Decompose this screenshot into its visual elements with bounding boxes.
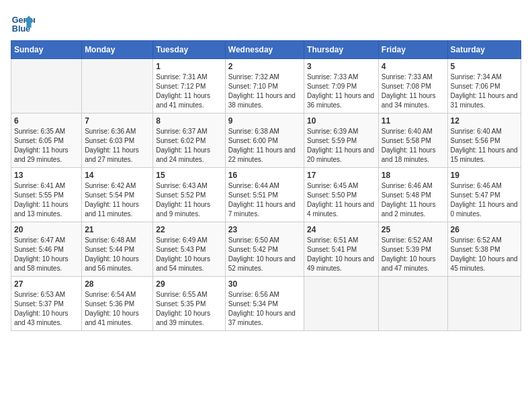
day-info: Sunrise: 6:39 AM Sunset: 5:59 PM Dayligh… <box>307 127 375 165</box>
day-number: 22 <box>156 225 222 234</box>
calendar-cell: 10Sunrise: 6:39 AM Sunset: 5:59 PM Dayli… <box>304 113 379 168</box>
day-info: Sunrise: 6:44 AM Sunset: 5:51 PM Dayligh… <box>228 181 301 219</box>
day-info: Sunrise: 7:34 AM Sunset: 7:06 PM Dayligh… <box>451 73 518 110</box>
calendar-header-row: SundayMondayTuesdayWednesdayThursdayFrid… <box>11 41 521 59</box>
calendar-cell: 22Sunrise: 6:49 AM Sunset: 5:43 PM Dayli… <box>153 222 225 277</box>
day-number: 4 <box>382 62 445 71</box>
week-row-5: 27Sunrise: 6:53 AM Sunset: 5:37 PM Dayli… <box>11 277 521 331</box>
calendar-cell <box>11 59 82 113</box>
day-number: 2 <box>228 62 301 71</box>
calendar-cell: 16Sunrise: 6:44 AM Sunset: 5:51 PM Dayli… <box>225 168 304 222</box>
day-header-saturday: Saturday <box>447 41 521 59</box>
calendar-cell: 28Sunrise: 6:54 AM Sunset: 5:36 PM Dayli… <box>82 277 153 331</box>
day-info: Sunrise: 7:33 AM Sunset: 7:08 PM Dayligh… <box>382 73 445 110</box>
day-number: 19 <box>451 171 518 180</box>
calendar-cell: 11Sunrise: 6:40 AM Sunset: 5:58 PM Dayli… <box>378 113 447 168</box>
day-info: Sunrise: 6:46 AM Sunset: 5:47 PM Dayligh… <box>451 181 518 219</box>
calendar-cell: 17Sunrise: 6:45 AM Sunset: 5:50 PM Dayli… <box>304 168 379 222</box>
day-header-wednesday: Wednesday <box>225 41 304 59</box>
day-number: 26 <box>451 225 518 234</box>
day-number: 17 <box>307 171 375 180</box>
calendar-cell: 8Sunrise: 6:37 AM Sunset: 6:02 PM Daylig… <box>153 113 225 168</box>
day-number: 28 <box>85 279 150 289</box>
week-row-4: 20Sunrise: 6:47 AM Sunset: 5:46 PM Dayli… <box>11 222 521 277</box>
calendar-cell: 29Sunrise: 6:55 AM Sunset: 5:35 PM Dayli… <box>153 277 225 331</box>
day-info: Sunrise: 6:37 AM Sunset: 6:02 PM Dayligh… <box>156 127 222 165</box>
day-info: Sunrise: 7:32 AM Sunset: 7:10 PM Dayligh… <box>228 73 301 110</box>
day-info: Sunrise: 6:47 AM Sunset: 5:46 PM Dayligh… <box>14 236 79 273</box>
day-info: Sunrise: 6:42 AM Sunset: 5:54 PM Dayligh… <box>85 181 150 219</box>
day-info: Sunrise: 6:41 AM Sunset: 5:55 PM Dayligh… <box>14 181 79 219</box>
day-header-monday: Monday <box>82 41 153 59</box>
day-info: Sunrise: 6:38 AM Sunset: 6:00 PM Dayligh… <box>228 127 301 165</box>
day-header-tuesday: Tuesday <box>153 41 225 59</box>
calendar-cell: 7Sunrise: 6:36 AM Sunset: 6:03 PM Daylig… <box>82 113 153 168</box>
day-number: 29 <box>156 279 222 289</box>
day-number: 13 <box>14 171 79 180</box>
day-info: Sunrise: 6:40 AM Sunset: 5:58 PM Dayligh… <box>382 127 445 165</box>
day-info: Sunrise: 6:53 AM Sunset: 5:37 PM Dayligh… <box>14 290 79 328</box>
day-info: Sunrise: 6:36 AM Sunset: 6:03 PM Dayligh… <box>85 127 150 165</box>
day-info: Sunrise: 6:55 AM Sunset: 5:35 PM Dayligh… <box>156 290 222 328</box>
day-info: Sunrise: 6:50 AM Sunset: 5:42 PM Dayligh… <box>228 236 301 273</box>
day-info: Sunrise: 6:49 AM Sunset: 5:43 PM Dayligh… <box>156 236 222 273</box>
day-number: 3 <box>307 62 375 71</box>
week-row-1: 1Sunrise: 7:31 AM Sunset: 7:12 PM Daylig… <box>11 59 521 113</box>
day-number: 14 <box>85 171 150 180</box>
day-info: Sunrise: 6:52 AM Sunset: 5:39 PM Dayligh… <box>382 236 445 273</box>
day-number: 12 <box>451 116 518 126</box>
day-info: Sunrise: 6:48 AM Sunset: 5:44 PM Dayligh… <box>85 236 150 273</box>
calendar-cell: 12Sunrise: 6:40 AM Sunset: 5:56 PM Dayli… <box>447 113 521 168</box>
day-number: 21 <box>85 225 150 234</box>
day-number: 9 <box>228 116 301 126</box>
calendar-cell <box>378 277 447 331</box>
calendar-cell: 18Sunrise: 6:46 AM Sunset: 5:48 PM Dayli… <box>378 168 447 222</box>
day-number: 20 <box>14 225 79 234</box>
calendar-cell: 26Sunrise: 6:52 AM Sunset: 5:38 PM Dayli… <box>447 222 521 277</box>
calendar-cell: 1Sunrise: 7:31 AM Sunset: 7:12 PM Daylig… <box>153 59 225 113</box>
day-number: 23 <box>228 225 301 234</box>
calendar-cell: 5Sunrise: 7:34 AM Sunset: 7:06 PM Daylig… <box>447 59 521 113</box>
calendar-cell: 2Sunrise: 7:32 AM Sunset: 7:10 PM Daylig… <box>225 59 304 113</box>
calendar-cell: 13Sunrise: 6:41 AM Sunset: 5:55 PM Dayli… <box>11 168 82 222</box>
day-info: Sunrise: 6:35 AM Sunset: 6:05 PM Dayligh… <box>14 127 79 165</box>
day-header-sunday: Sunday <box>11 41 82 59</box>
day-number: 8 <box>156 116 222 126</box>
calendar-cell: 25Sunrise: 6:52 AM Sunset: 5:39 PM Dayli… <box>378 222 447 277</box>
calendar-table: SundayMondayTuesdayWednesdayThursdayFrid… <box>11 40 521 331</box>
week-row-2: 6Sunrise: 6:35 AM Sunset: 6:05 PM Daylig… <box>11 113 521 168</box>
calendar-cell: 19Sunrise: 6:46 AM Sunset: 5:47 PM Dayli… <box>447 168 521 222</box>
day-number: 1 <box>156 62 222 71</box>
day-info: Sunrise: 6:43 AM Sunset: 5:52 PM Dayligh… <box>156 181 222 219</box>
calendar-cell <box>304 277 379 331</box>
day-info: Sunrise: 6:46 AM Sunset: 5:48 PM Dayligh… <box>382 181 445 219</box>
day-number: 6 <box>14 116 79 126</box>
day-number: 16 <box>228 171 301 180</box>
calendar-cell: 14Sunrise: 6:42 AM Sunset: 5:54 PM Dayli… <box>82 168 153 222</box>
calendar-cell: 20Sunrise: 6:47 AM Sunset: 5:46 PM Dayli… <box>11 222 82 277</box>
calendar-cell: 24Sunrise: 6:51 AM Sunset: 5:41 PM Dayli… <box>304 222 379 277</box>
page-header: General Blue <box>11 11 521 35</box>
calendar-cell: 3Sunrise: 7:33 AM Sunset: 7:09 PM Daylig… <box>304 59 379 113</box>
day-header-thursday: Thursday <box>304 41 379 59</box>
calendar-cell: 4Sunrise: 7:33 AM Sunset: 7:08 PM Daylig… <box>378 59 447 113</box>
calendar-cell <box>447 277 521 331</box>
day-info: Sunrise: 6:51 AM Sunset: 5:41 PM Dayligh… <box>307 236 375 273</box>
day-number: 30 <box>228 279 301 289</box>
day-header-friday: Friday <box>378 41 447 59</box>
day-number: 5 <box>451 62 518 71</box>
day-number: 10 <box>307 116 375 126</box>
day-info: Sunrise: 6:54 AM Sunset: 5:36 PM Dayligh… <box>85 290 150 328</box>
calendar-cell: 21Sunrise: 6:48 AM Sunset: 5:44 PM Dayli… <box>82 222 153 277</box>
calendar-cell: 9Sunrise: 6:38 AM Sunset: 6:00 PM Daylig… <box>225 113 304 168</box>
day-info: Sunrise: 6:56 AM Sunset: 5:34 PM Dayligh… <box>228 290 301 328</box>
day-info: Sunrise: 6:45 AM Sunset: 5:50 PM Dayligh… <box>307 181 375 219</box>
calendar-cell: 6Sunrise: 6:35 AM Sunset: 6:05 PM Daylig… <box>11 113 82 168</box>
day-number: 15 <box>156 171 222 180</box>
day-info: Sunrise: 6:52 AM Sunset: 5:38 PM Dayligh… <box>451 236 518 273</box>
day-info: Sunrise: 7:33 AM Sunset: 7:09 PM Dayligh… <box>307 73 375 110</box>
day-info: Sunrise: 7:31 AM Sunset: 7:12 PM Dayligh… <box>156 73 222 110</box>
logo-icon: General Blue <box>11 11 35 35</box>
calendar-cell: 15Sunrise: 6:43 AM Sunset: 5:52 PM Dayli… <box>153 168 225 222</box>
logo: General Blue <box>11 11 38 35</box>
